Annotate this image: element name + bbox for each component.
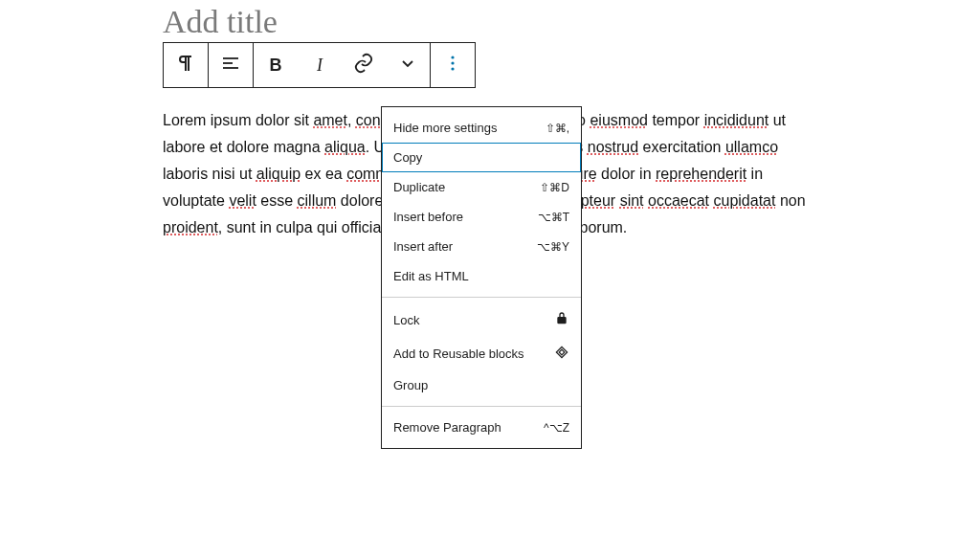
menu-item-label: Group [393, 378, 428, 392]
align-left-icon [219, 52, 242, 78]
menu-item-label: Copy [393, 150, 422, 165]
menu-item-shortcut: ^⌥Z [544, 421, 569, 435]
menu-item-edit-as-html[interactable]: Edit as HTML [382, 261, 581, 291]
block-options-menu: Hide more settings⇧⌘,CopyDuplicate⇧⌘DIns… [381, 106, 582, 449]
spellcheck-word: cillum [298, 192, 337, 209]
menu-section: Remove Paragraph^⌥Z [382, 407, 581, 448]
more-options-button[interactable] [431, 43, 475, 87]
menu-item-copy[interactable]: Copy [382, 143, 581, 172]
chevron-down-icon [396, 52, 419, 78]
spellcheck-word: incididunt [704, 112, 769, 128]
spellcheck-word: aliquip [256, 166, 301, 182]
diamond-icon [554, 345, 569, 363]
menu-item-label: Duplicate [393, 180, 445, 194]
spellcheck-word: velit [229, 192, 256, 209]
menu-item-shortcut: ⌥⌘T [538, 211, 569, 224]
block-toolbar: B I [163, 42, 476, 88]
spellcheck-word: aliqua [324, 139, 366, 155]
menu-item-label: Add to Reusable blocks [393, 347, 524, 361]
menu-item-label: Lock [393, 313, 419, 327]
menu-item-label: Hide more settings [393, 121, 497, 135]
svg-point-4 [451, 61, 454, 64]
more-vertical-icon [441, 52, 464, 78]
spellcheck-word: amet [313, 112, 347, 128]
svg-rect-6 [556, 347, 567, 357]
toolbar-group-align [209, 43, 254, 87]
spellcheck-word: eiusmod [590, 112, 647, 128]
post-title-input[interactable]: Add title [163, 0, 813, 42]
menu-item-shortcut: ⇧⌘D [540, 181, 569, 194]
menu-item-duplicate[interactable]: Duplicate⇧⌘D [382, 172, 581, 202]
svg-point-5 [451, 67, 454, 70]
toolbar-group-more [431, 43, 475, 87]
link-icon [352, 52, 375, 78]
bold-button[interactable]: B [254, 43, 298, 87]
toolbar-group-block [164, 43, 209, 87]
spellcheck-word: occaecat [648, 192, 709, 209]
svg-rect-7 [559, 349, 565, 355]
italic-button[interactable]: I [298, 43, 342, 87]
paragraph-block-button[interactable] [164, 43, 208, 87]
spellcheck-word: cupidatat [714, 192, 776, 209]
menu-item-hide-more-settings[interactable]: Hide more settings⇧⌘, [382, 113, 581, 143]
menu-item-add-to-reusable-blocks[interactable]: Add to Reusable blocks [382, 337, 581, 370]
menu-item-remove-paragraph[interactable]: Remove Paragraph^⌥Z [382, 413, 581, 442]
menu-item-label: Remove Paragraph [393, 420, 501, 435]
svg-point-3 [451, 56, 454, 58]
spellcheck-word: proident [163, 219, 218, 235]
menu-item-lock[interactable]: Lock [382, 303, 581, 337]
link-button[interactable] [342, 43, 386, 87]
spellcheck-word: ullamco [725, 139, 778, 155]
more-formatting-button[interactable] [386, 43, 430, 87]
menu-item-group[interactable]: Group [382, 370, 581, 400]
menu-section: LockAdd to Reusable blocksGroup [382, 298, 581, 407]
spellcheck-word: nostrud [588, 139, 638, 155]
align-button[interactable] [209, 43, 253, 87]
menu-item-insert-after[interactable]: Insert after⌥⌘Y [382, 232, 581, 261]
spellcheck-word: sint [620, 192, 644, 209]
paragraph-icon [174, 52, 197, 78]
menu-item-label: Insert after [393, 239, 453, 254]
menu-item-label: Insert before [393, 210, 463, 224]
spellcheck-word: reprehenderit [656, 166, 746, 182]
menu-section: Hide more settings⇧⌘,CopyDuplicate⇧⌘DIns… [382, 107, 581, 298]
menu-item-shortcut: ⇧⌘, [546, 122, 569, 135]
menu-item-insert-before[interactable]: Insert before⌥⌘T [382, 202, 581, 232]
menu-item-label: Edit as HTML [393, 269, 469, 283]
toolbar-group-formatting: B I [254, 43, 431, 87]
menu-item-shortcut: ⌥⌘Y [537, 240, 569, 254]
lock-icon [554, 311, 569, 329]
